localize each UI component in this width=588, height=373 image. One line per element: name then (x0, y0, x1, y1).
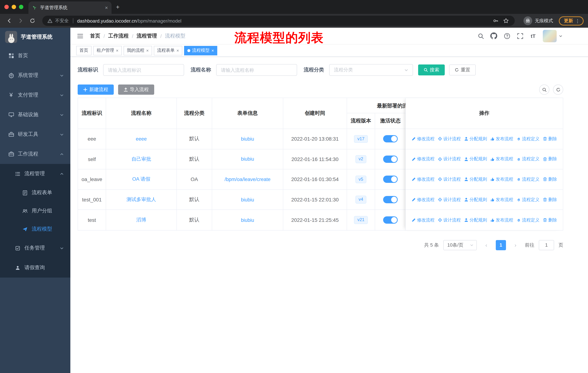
back-button[interactable] (4, 16, 14, 26)
category-select[interactable]: 流程分类 (329, 64, 413, 76)
reset-button[interactable]: 重置 (449, 64, 476, 75)
action-pencil-link[interactable]: 修改流程 (411, 197, 435, 203)
action-pencil-link[interactable]: 修改流程 (411, 217, 435, 223)
action-pencil-link[interactable]: 修改流程 (411, 176, 435, 182)
bookmark-star-icon[interactable] (503, 18, 509, 24)
action-publish-link[interactable]: 发布流程 (490, 176, 513, 182)
sidebar-item-workflow[interactable]: 工作流程 (0, 144, 70, 164)
table-refresh-button[interactable] (553, 84, 563, 95)
action-pencil-link[interactable]: 修改流程 (411, 136, 435, 142)
new-tab-button[interactable]: + (112, 4, 125, 14)
action-publish-link[interactable]: 发布流程 (490, 217, 513, 223)
action-design-link[interactable]: 设计流程 (438, 136, 461, 142)
activation-toggle[interactable] (383, 135, 398, 143)
action-definition-link[interactable]: 流程定义 (516, 156, 539, 162)
form-info-link[interactable]: biubiu (241, 156, 254, 162)
process-key-input[interactable] (103, 64, 184, 76)
tag-my-process[interactable]: 我的流程× (124, 46, 152, 55)
process-name-link[interactable]: 自己审批 (131, 156, 151, 162)
sidebar-item-leave-query[interactable]: 请假查询 (0, 258, 70, 278)
form-info-link[interactable]: biubiu (241, 217, 254, 223)
password-key-icon[interactable] (493, 18, 499, 24)
breadcrumb-item[interactable]: 工作流程 (108, 33, 129, 39)
action-design-link[interactable]: 设计流程 (438, 217, 461, 223)
version-tag[interactable]: v21 (354, 216, 368, 224)
sidebar-item-process-model[interactable]: 流程模型 (0, 220, 70, 238)
activation-toggle[interactable] (383, 216, 398, 224)
action-user-link[interactable]: 分配规则 (464, 136, 487, 142)
version-tag[interactable]: v5 (355, 175, 366, 183)
sidebar-item-infra[interactable]: 基础设施 (0, 105, 70, 125)
update-browser-button[interactable]: 更新 ⋮ (559, 16, 584, 25)
action-definition-link[interactable]: 流程定义 (516, 217, 539, 223)
form-info-link[interactable]: biubiu (241, 136, 254, 142)
sidebar-item-payment[interactable]: ¥ 支付管理 (0, 85, 70, 105)
form-info-link[interactable]: biubiu (241, 197, 254, 202)
minimize-window-button[interactable] (12, 5, 16, 9)
action-user-link[interactable]: 分配规则 (464, 217, 487, 223)
tag-process-form[interactable]: 流程表单× (154, 46, 182, 55)
import-process-button[interactable]: 导入流程 (118, 84, 154, 95)
action-trash-link[interactable]: 删除 (543, 176, 557, 182)
action-trash-link[interactable]: 删除 (543, 217, 557, 223)
form-info-link[interactable]: /bpm/oa/leave/create (225, 177, 271, 182)
process-name-input[interactable] (216, 64, 297, 76)
sidebar-fold-icon[interactable] (76, 32, 84, 40)
action-publish-link[interactable]: 发布流程 (490, 156, 513, 162)
font-size-icon[interactable]: tT (530, 32, 537, 39)
action-definition-link[interactable]: 流程定义 (516, 136, 539, 142)
action-trash-link[interactable]: 删除 (543, 197, 557, 203)
action-design-link[interactable]: 设计流程 (438, 176, 461, 182)
process-name-link[interactable]: eeee (136, 136, 147, 142)
github-icon[interactable] (490, 32, 497, 39)
version-tag[interactable]: v2 (355, 155, 366, 163)
sidebar-item-user-group[interactable]: 用户分组 (0, 202, 70, 220)
close-icon[interactable]: × (177, 48, 179, 53)
action-trash-link[interactable]: 删除 (543, 156, 557, 162)
page-size-select[interactable]: 10条/页 (443, 240, 477, 250)
browser-menu-icon[interactable]: ⋮ (575, 18, 580, 23)
close-window-button[interactable] (4, 5, 9, 9)
tag-tenant[interactable]: 租户管理× (93, 46, 122, 55)
sidebar-item-devtools[interactable]: 研发工具 (0, 125, 70, 144)
sidebar-item-home[interactable]: 首页 (0, 46, 70, 66)
table-search-toggle-button[interactable] (539, 84, 549, 95)
action-definition-link[interactable]: 流程定义 (516, 197, 539, 203)
activation-toggle[interactable] (383, 196, 398, 203)
action-publish-link[interactable]: 发布流程 (490, 136, 513, 142)
goto-page-input[interactable] (539, 240, 554, 250)
action-design-link[interactable]: 设计流程 (438, 197, 461, 203)
search-icon[interactable] (477, 32, 484, 39)
tab-close-icon[interactable]: × (105, 5, 108, 10)
activation-toggle[interactable] (383, 176, 398, 183)
user-menu[interactable] (543, 30, 562, 42)
sidebar-item-system[interactable]: 系统管理 (0, 66, 70, 85)
prev-page-button[interactable]: ‹ (481, 240, 491, 250)
action-definition-link[interactable]: 流程定义 (516, 176, 539, 182)
sidebar-item-process-form[interactable]: 流程表单 (0, 184, 70, 202)
process-name-link[interactable]: 测试多审批人 (126, 196, 156, 203)
maximize-window-button[interactable] (19, 5, 23, 9)
sidebar-item-process-mgmt[interactable]: 流程管理 (0, 164, 70, 184)
version-tag[interactable]: v17 (354, 135, 368, 143)
create-process-button[interactable]: 新建流程 (78, 84, 114, 95)
forward-button[interactable] (16, 16, 26, 26)
close-icon[interactable]: × (211, 48, 214, 53)
address-bar[interactable]: 不安全 dashboard.yudao.iocoder.cn/bpm/manag… (42, 16, 515, 26)
browser-tab[interactable]: 芋道管理系统 × (28, 1, 112, 14)
process-name-link[interactable]: OA 请假 (132, 176, 150, 183)
action-user-link[interactable]: 分配规则 (464, 197, 487, 203)
process-name-link[interactable]: 滔博 (136, 217, 146, 223)
activation-toggle[interactable] (383, 156, 398, 163)
action-trash-link[interactable]: 删除 (543, 136, 557, 142)
version-tag[interactable]: v4 (355, 196, 366, 204)
page-number-button[interactable]: 1 (496, 240, 506, 250)
close-icon[interactable]: × (116, 48, 118, 53)
action-publish-link[interactable]: 发布流程 (490, 197, 513, 203)
search-button[interactable]: 搜索 (418, 64, 445, 75)
action-design-link[interactable]: 设计流程 (438, 156, 461, 162)
fullscreen-icon[interactable] (516, 32, 524, 39)
action-pencil-link[interactable]: 修改流程 (411, 156, 435, 162)
close-icon[interactable]: × (146, 48, 149, 53)
action-user-link[interactable]: 分配规则 (464, 176, 487, 182)
